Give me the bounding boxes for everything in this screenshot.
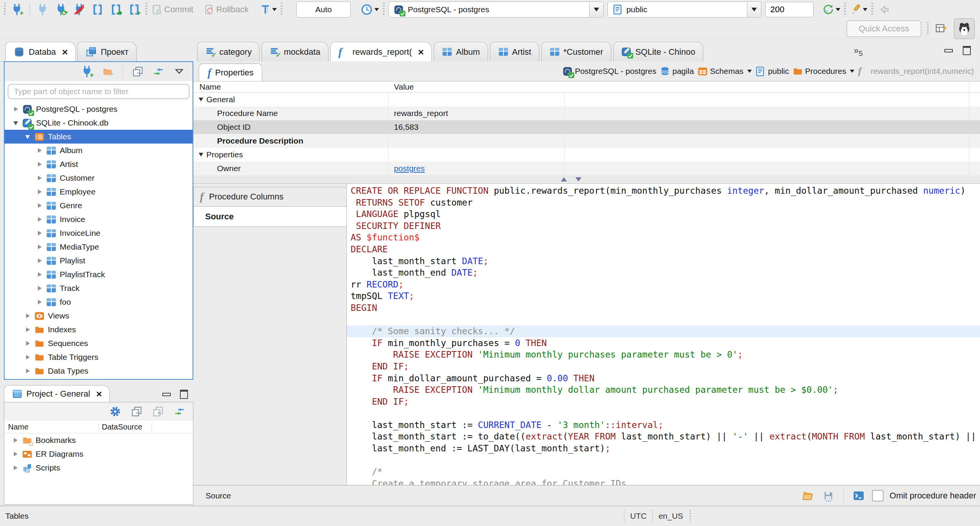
chevron-right-icon[interactable] <box>37 286 42 291</box>
splitter-collapse-up-icon[interactable] <box>561 177 567 181</box>
editor-tab-category[interactable]: ✓category <box>197 42 260 62</box>
chevron-down-icon[interactable] <box>13 120 19 126</box>
breadcrumb-item-postgresql-postgres[interactable]: PostgreSQL - postgres <box>562 66 657 77</box>
property-row-general[interactable]: General <box>193 93 980 106</box>
tree-item-employee[interactable]: Employee <box>5 185 193 199</box>
open-perspective-button[interactable]: ✦ <box>934 21 949 36</box>
editor-tab-album[interactable]: Album <box>434 42 488 62</box>
commit-button[interactable]: Commit <box>151 4 193 15</box>
close-icon[interactable]: × <box>418 48 424 56</box>
project-column-datasource[interactable]: DataSource <box>99 423 152 431</box>
tree-item-mediatype[interactable]: MediaType <box>5 240 193 254</box>
property-row-object-id[interactable]: Object ID16,583 <box>193 120 980 134</box>
chevron-right-icon[interactable] <box>37 148 42 153</box>
maximize-icon[interactable] <box>180 390 188 399</box>
dbeaver-perspective-button[interactable] <box>954 18 975 39</box>
tree-item-table-triggers[interactable]: Table Triggers <box>5 350 193 364</box>
tree-item-invoiceline[interactable]: InvoiceLine <box>5 226 193 240</box>
active-database-combo[interactable]: PostgreSQL - postgres <box>389 2 604 18</box>
project-item-bookmarks[interactable]: Bookmarks <box>4 433 193 447</box>
tree-item-indexes[interactable]: Indexes <box>5 323 193 337</box>
open-sql-script-button[interactable]: ➜ <box>109 2 123 17</box>
load-from-file-button[interactable] <box>800 488 815 503</box>
editor-tab-artist[interactable]: Artist <box>490 42 539 62</box>
collapse-all-button[interactable]: − <box>131 64 145 79</box>
project-link-editor-button[interactable] <box>172 404 187 419</box>
editor-tab-sqlite-chinoo[interactable]: SQLite - Chinoo <box>613 42 704 62</box>
transaction-mode-button[interactable] <box>260 4 277 15</box>
navigator-new-connection-button[interactable]: + <box>80 64 94 79</box>
project-expand-all-button[interactable]: + <box>151 404 165 419</box>
tree-item-artist[interactable]: Artist <box>5 157 193 171</box>
project-collapse-all-button[interactable]: − <box>129 404 144 419</box>
properties-column-name[interactable]: Name <box>193 82 389 91</box>
status-timezone[interactable]: UTC <box>624 511 652 521</box>
property-row-properties[interactable]: Properties <box>193 148 980 162</box>
property-value-link[interactable]: postgres <box>394 164 425 173</box>
breadcrumb-item-public[interactable]: public <box>755 66 789 77</box>
properties-scroll-gutter[interactable] <box>969 82 969 175</box>
back-button[interactable] <box>877 2 892 17</box>
chevron-right-icon[interactable] <box>25 327 31 332</box>
tree-item-track[interactable]: Track <box>5 281 193 295</box>
property-row-procedure-description[interactable]: Procedure Description <box>193 134 980 148</box>
chevron-right-icon[interactable] <box>37 189 42 194</box>
breadcrumb-item-pagila[interactable]: pagila <box>660 66 694 76</box>
tree-item-sqlite-chinook-db[interactable]: SQLite - Chinook.db <box>5 116 193 130</box>
project-item-scripts[interactable]: Scripts <box>4 461 193 475</box>
chevron-down-icon[interactable] <box>747 70 752 73</box>
quick-access-field[interactable]: Quick Access <box>846 20 921 37</box>
tree-item-playlisttrack[interactable]: PlaylistTrack <box>5 268 193 281</box>
open-in-sql-console-button[interactable] <box>851 488 866 503</box>
link-with-editor-button[interactable] <box>151 64 166 79</box>
status-locale[interactable]: en_US <box>653 511 689 521</box>
tab-project-general[interactable]: Project - General × <box>4 385 110 402</box>
chevron-right-icon[interactable] <box>13 465 18 470</box>
reconnect-button[interactable]: ⟳ <box>54 2 68 17</box>
chevron-right-icon[interactable] <box>37 272 42 277</box>
chevron-right-icon[interactable] <box>25 354 31 360</box>
tree-item-customer[interactable]: Customer <box>5 171 193 185</box>
editor-tab--customer[interactable]: *Customer <box>541 42 611 62</box>
properties-column-value[interactable]: Value <box>389 82 414 91</box>
object-filter-input[interactable] <box>8 84 189 99</box>
chevron-right-icon[interactable] <box>25 313 31 319</box>
refresh-button[interactable] <box>822 3 840 16</box>
chevron-right-icon[interactable] <box>37 162 42 167</box>
tab-database-navigator[interactable]: Databa × <box>5 42 76 62</box>
tree-item-sequences[interactable]: Sequences <box>5 337 193 350</box>
tree-item-album[interactable]: Album <box>5 144 193 157</box>
tree-item-tables[interactable]: Tables <box>5 130 193 144</box>
chevron-right-icon[interactable] <box>13 438 18 443</box>
tree-item-genre[interactable]: Genre <box>5 199 193 212</box>
tab-overflow-button[interactable]: »5 <box>854 45 863 58</box>
commit-mode-combo[interactable]: Auto <box>296 2 351 18</box>
project-column-name[interactable]: Name <box>4 423 99 431</box>
fetch-size-input[interactable] <box>765 2 813 17</box>
chevron-right-icon[interactable] <box>37 175 42 181</box>
minimize-icon[interactable] <box>944 49 953 52</box>
chevron-down-icon[interactable] <box>199 153 203 157</box>
connect-button[interactable] <box>35 2 50 17</box>
chevron-right-icon[interactable] <box>37 203 42 208</box>
project-item-er-diagrams[interactable]: ER Diagrams <box>4 447 193 461</box>
breadcrumb-item-schemas[interactable]: Schemas <box>697 67 752 76</box>
tree-item-data-types[interactable]: Data Types <box>5 364 193 378</box>
chevron-right-icon[interactable] <box>37 258 42 263</box>
chevron-right-icon[interactable] <box>13 106 19 112</box>
close-icon[interactable]: × <box>96 390 102 398</box>
project-settings-button[interactable] <box>108 404 122 419</box>
chevron-right-icon[interactable] <box>25 368 31 374</box>
transaction-log-button[interactable] <box>361 3 379 16</box>
active-database-dropdown[interactable] <box>589 2 603 17</box>
chevron-right-icon[interactable] <box>37 299 42 305</box>
chevron-down-icon[interactable] <box>25 134 31 139</box>
chevron-down-icon[interactable] <box>850 70 854 73</box>
close-icon[interactable]: × <box>62 48 68 56</box>
new-connection-button[interactable]: + <box>10 2 24 17</box>
chevron-right-icon[interactable] <box>37 230 42 236</box>
sql-source-editor[interactable]: CREATE OR REPLACE FUNCTION public.reward… <box>346 184 980 485</box>
new-sql-editor-button[interactable]: + <box>127 2 142 17</box>
database-tree[interactable]: PostgreSQL - postgresSQLite - Chinook.db… <box>5 101 193 379</box>
editor-tab-rewards-report-[interactable]: frewards_report(× <box>330 42 432 62</box>
